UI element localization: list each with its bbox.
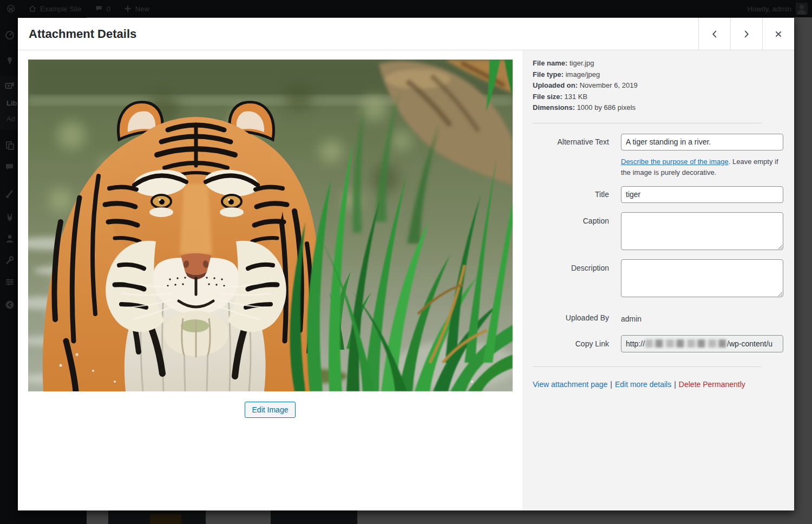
title-row: Title <box>533 186 783 203</box>
description-label: Description <box>533 259 609 299</box>
uploaded-by-value: admin <box>621 312 783 324</box>
file-type-value: image/jpeg <box>566 70 600 78</box>
tiger-photo-illustration <box>28 60 513 391</box>
dimensions-value: 1000 by 686 pixels <box>577 103 636 112</box>
attachment-details-sidebar: File name: tiger.jpg File type: image/jp… <box>522 50 794 510</box>
edit-image-button[interactable]: Edit Image <box>245 402 296 418</box>
separator: | <box>671 380 679 389</box>
file-type-meta: File type: image/jpeg <box>533 69 783 81</box>
file-name-value: tiger.jpg <box>569 59 594 67</box>
separator: | <box>607 380 615 389</box>
uploaded-on-meta: Uploaded on: November 6, 2019 <box>533 80 783 91</box>
title-label: Title <box>533 186 609 203</box>
modal-body: Edit Image File name: tiger.jpg File typ… <box>18 50 794 510</box>
modal-title: Attachment Details <box>18 18 698 50</box>
attachment-details-modal: Attachment Details <box>18 18 794 510</box>
caption-label: Caption <box>533 212 609 252</box>
caption-row: Caption <box>533 212 783 252</box>
redacted-url-blur <box>645 339 726 348</box>
screen: Lib Ad <box>0 0 812 524</box>
file-name-label: File name: <box>533 59 567 67</box>
view-attachment-page-link[interactable]: View attachment page <box>533 380 607 389</box>
next-attachment-button[interactable] <box>730 18 762 50</box>
caption-textarea[interactable] <box>621 212 783 250</box>
alt-text-row: Alternative Text <box>533 134 783 150</box>
uploaded-on-label: Uploaded on: <box>533 81 578 89</box>
file-size-value: 131 KB <box>565 93 588 101</box>
delete-permanently-link[interactable]: Delete Permanently <box>679 380 745 389</box>
file-name-meta: File name: tiger.jpg <box>533 58 783 69</box>
copy-link-field[interactable]: http:// /wp-content/u <box>621 335 783 352</box>
url-prefix: http:// <box>626 339 645 348</box>
close-modal-button[interactable] <box>762 18 794 50</box>
alt-text-label: Alternative Text <box>533 134 609 150</box>
description-row: Description <box>533 259 783 299</box>
attachment-actions: View attachment page|Edit more details|D… <box>533 380 783 389</box>
dimensions-label: Dimensions: <box>533 103 575 112</box>
describe-purpose-link[interactable]: Describe the purpose of the image <box>621 158 729 166</box>
file-size-meta: File size: 131 KB <box>533 91 783 103</box>
chevron-right-icon <box>742 29 751 39</box>
dimensions-meta: Dimensions: 1000 by 686 pixels <box>533 102 783 114</box>
edit-more-details-link[interactable]: Edit more details <box>615 380 671 389</box>
alt-text-help: Describe the purpose of the image. Leave… <box>621 156 783 178</box>
file-size-label: File size: <box>533 93 562 101</box>
uploaded-by-row: Uploaded By admin <box>533 312 783 324</box>
modal-header: Attachment Details <box>18 18 794 50</box>
uploaded-by-label: Uploaded By <box>533 312 609 324</box>
chevron-left-icon <box>710 29 719 39</box>
attachment-media-view: Edit Image <box>18 50 522 510</box>
divider <box>533 123 762 123</box>
previous-attachment-button[interactable] <box>698 18 730 50</box>
alt-text-input[interactable] <box>621 134 783 150</box>
title-input[interactable] <box>621 186 783 203</box>
uploaded-on-value: November 6, 2019 <box>580 81 638 89</box>
divider <box>533 366 762 367</box>
close-icon <box>774 29 783 39</box>
file-type-label: File type: <box>533 70 564 78</box>
attachment-preview-image <box>28 60 513 391</box>
url-suffix: /wp-content/u <box>727 339 772 348</box>
copy-link-row: Copy Link http:// /wp-content/u <box>533 335 783 352</box>
description-textarea[interactable] <box>621 259 783 297</box>
copy-link-label: Copy Link <box>533 335 609 352</box>
